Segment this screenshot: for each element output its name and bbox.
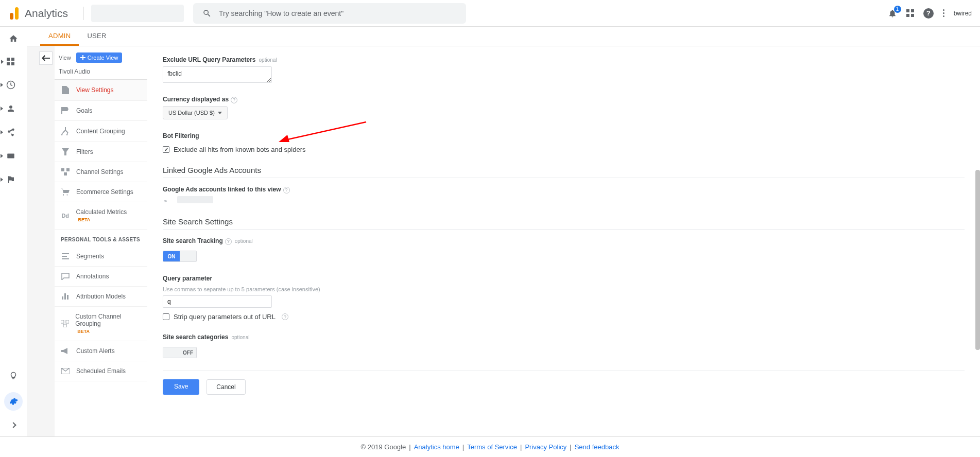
tab-admin[interactable]: ADMIN (40, 27, 79, 46)
help-strip-query-icon[interactable]: ? (282, 313, 288, 320)
menu-ecommerce[interactable]: Ecommerce Settings (55, 182, 147, 202)
exclude-url-label: Exclude URL Query Parametersoptional (163, 56, 277, 63)
svg-rect-7 (61, 168, 64, 171)
linked-account-chip[interactable] (177, 196, 213, 203)
footer-link-tos[interactable]: Terms of Service (467, 443, 517, 451)
rail-behavior[interactable] (12, 151, 15, 161)
svg-rect-11 (64, 293, 66, 300)
back-arrow-icon (42, 55, 50, 61)
menu-segments[interactable]: Segments (55, 247, 147, 267)
menu-goals[interactable]: Goals (55, 101, 147, 121)
link-icon: ⚭ (163, 198, 168, 205)
create-view-button[interactable]: Create View (76, 52, 123, 63)
menu-custom-alerts[interactable]: Custom Alerts (55, 341, 147, 361)
plus-icon (80, 55, 85, 60)
form-area: Exclude URL Query Parametersoptional fbc… (147, 46, 980, 436)
footer-copyright: © 2019 Google (361, 443, 406, 451)
menu-content-grouping[interactable]: Content Grouping (55, 121, 147, 142)
column-label: View (59, 55, 71, 61)
linked-ads-title: Linked Google Ads Accounts (163, 166, 965, 178)
query-param-input[interactable] (163, 295, 272, 308)
bot-filtering-checkbox[interactable] (163, 146, 169, 153)
gear-icon (9, 397, 18, 406)
rail-realtime[interactable] (12, 80, 15, 90)
svg-rect-6 (7, 154, 14, 159)
menu-calc-metrics[interactable]: Dd Calculated Metrics BETA (55, 202, 147, 230)
footer-link-privacy[interactable]: Privacy Policy (525, 443, 566, 451)
footer-link-analytics-home[interactable]: Analytics home (414, 443, 459, 451)
flag-icon (6, 175, 15, 184)
home-icon (9, 34, 18, 43)
rail-home[interactable] (9, 34, 18, 43)
analytics-logo-icon (8, 7, 20, 20)
help-icon[interactable]: ? (923, 8, 934, 19)
rail-reports[interactable] (12, 58, 15, 66)
mail-icon (61, 368, 70, 374)
chevron-down-icon (218, 112, 222, 114)
menu-channel-settings[interactable]: Channel Settings (55, 162, 147, 182)
svg-rect-2 (7, 58, 10, 61)
segments-icon (61, 253, 70, 259)
svg-rect-10 (62, 296, 63, 300)
svg-rect-4 (7, 62, 10, 65)
branch-icon (61, 127, 70, 135)
topbar: Analytics Try searching "How to create a… (0, 0, 980, 27)
view-column: View Create View Tivoli Audio View Setti… (55, 46, 147, 436)
menu-view-settings[interactable]: View Settings (55, 80, 147, 101)
megaphone-icon (61, 348, 70, 354)
help-currency-icon[interactable]: ? (231, 97, 237, 103)
rail-admin[interactable] (4, 392, 23, 411)
save-button[interactable]: Save (163, 379, 199, 395)
notifications-button[interactable]: 1 (888, 9, 897, 18)
exclude-url-textarea[interactable]: fbclid (163, 66, 272, 83)
site-categories-label: Site search categories (163, 333, 228, 341)
clock-icon (6, 80, 15, 90)
footer-link-feedback[interactable]: Send feedback (575, 443, 620, 451)
menu-scheduled-emails[interactable]: Scheduled Emails (55, 361, 147, 381)
admin-tabs: ADMIN USER (27, 27, 980, 46)
site-categories-toggle[interactable]: OFF (163, 347, 197, 358)
menu-filters[interactable]: Filters (55, 142, 147, 162)
rail-expand[interactable] (11, 423, 15, 427)
rail-acquisition[interactable] (12, 128, 15, 137)
left-rail (0, 27, 27, 436)
rail-discover[interactable] (9, 372, 18, 380)
menu-attribution[interactable]: Attribution Models (55, 287, 147, 307)
cancel-button[interactable]: Cancel (207, 379, 245, 395)
dd-icon: Dd (61, 213, 70, 219)
query-param-label: Query parameter (163, 275, 212, 282)
site-tracking-toggle[interactable]: ON (163, 251, 197, 262)
help-linked-ads-icon[interactable]: ? (283, 187, 290, 194)
bars-icon (61, 293, 70, 300)
svg-rect-1 (10, 13, 13, 20)
brand-name: Analytics (25, 7, 68, 20)
bot-filtering-label: Bot Filtering (163, 132, 199, 139)
more-menu-icon[interactable] (943, 9, 944, 17)
tab-user[interactable]: USER (79, 27, 114, 46)
strip-query-checkbox[interactable] (163, 313, 169, 320)
svg-rect-0 (15, 7, 19, 20)
svg-rect-13 (61, 320, 64, 323)
svg-rect-14 (66, 320, 69, 323)
user-label[interactable]: bwired (954, 10, 972, 17)
currency-label: Currency displayed as (163, 96, 229, 103)
rail-audience[interactable] (12, 104, 15, 113)
property-selector[interactable] (91, 5, 184, 22)
widgets-icon (7, 58, 15, 66)
bot-filtering-text: Exclude all hits from known bots and spi… (174, 146, 306, 153)
svg-rect-8 (66, 168, 70, 171)
search-bar[interactable]: Try searching "How to create an event" (193, 3, 466, 24)
back-button[interactable] (39, 51, 53, 65)
apps-grid-icon[interactable] (906, 9, 914, 17)
funnel-icon (61, 148, 70, 155)
menu-custom-channel-grouping[interactable]: Custom Channel GroupingBETA (55, 307, 147, 341)
svg-rect-9 (64, 172, 67, 175)
menu-annotations[interactable]: Annotations (55, 267, 147, 287)
currency-dropdown[interactable]: US Dollar (USD $) (163, 106, 228, 119)
help-site-tracking-icon[interactable]: ? (225, 238, 232, 245)
comment-icon (61, 273, 70, 280)
rail-conversions[interactable] (12, 175, 15, 184)
view-name[interactable]: Tivoli Audio (55, 68, 147, 80)
person-icon (6, 104, 15, 113)
scrollbar[interactable] (975, 46, 980, 436)
